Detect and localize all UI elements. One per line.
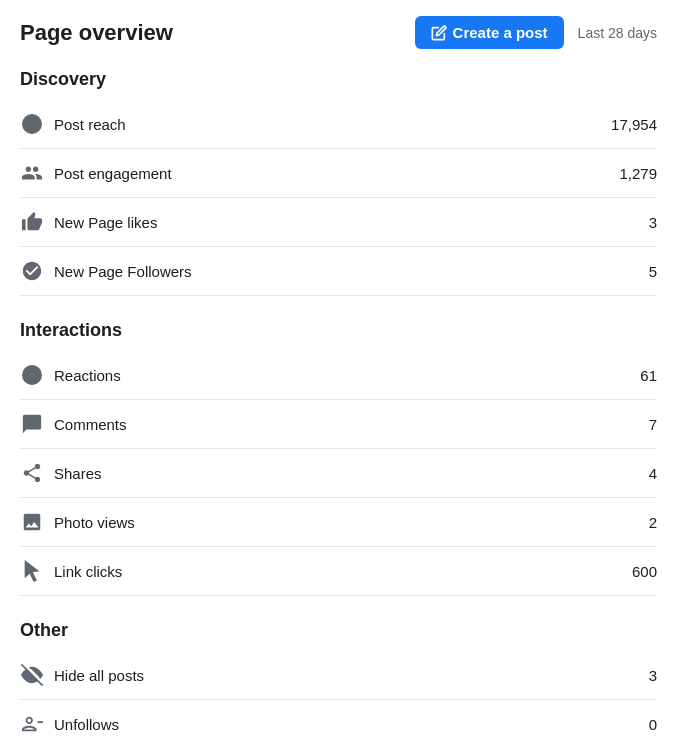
metric-left-photo-views: Photo views	[20, 510, 135, 534]
section-interactions: InteractionsReactions61Comments7Shares4P…	[20, 320, 657, 596]
metric-row-unfollows[interactable]: Unfollows0	[20, 700, 657, 742]
metric-label-link-clicks: Link clicks	[54, 563, 122, 580]
metric-label-comments: Comments	[54, 416, 127, 433]
metric-value-post-engagement: 1,279	[619, 165, 657, 182]
metric-label-new-page-followers: New Page Followers	[54, 263, 192, 280]
metric-row-new-page-likes[interactable]: New Page likes3	[20, 198, 657, 247]
metric-left-hide-all-posts: Hide all posts	[20, 663, 144, 687]
unfollow-icon	[20, 712, 44, 736]
metric-left-post-reach: Post reach	[20, 112, 126, 136]
section-title-interactions: Interactions	[20, 320, 657, 347]
metric-row-reactions[interactable]: Reactions61	[20, 351, 657, 400]
edit-icon	[431, 25, 447, 41]
metric-value-new-page-likes: 3	[649, 214, 657, 231]
metric-row-photo-views[interactable]: Photo views2	[20, 498, 657, 547]
header-right: Create a post Last 28 days	[415, 16, 657, 49]
metric-row-link-clicks[interactable]: Link clicks600	[20, 547, 657, 596]
section-other: OtherHide all posts3Unfollows0	[20, 620, 657, 742]
metric-value-hide-all-posts: 3	[649, 667, 657, 684]
metric-row-post-engagement[interactable]: Post engagement1,279	[20, 149, 657, 198]
page-container: Page overview Create a post Last 28 days…	[0, 0, 677, 742]
photo-icon	[20, 510, 44, 534]
metric-label-hide-all-posts: Hide all posts	[54, 667, 144, 684]
checkbadge-icon	[20, 259, 44, 283]
smiley-icon	[20, 363, 44, 387]
sections-container: DiscoveryPost reach17,954Post engagement…	[20, 69, 657, 742]
metric-left-new-page-followers: New Page Followers	[20, 259, 192, 283]
metric-left-link-clicks: Link clicks	[20, 559, 122, 583]
metric-value-reactions: 61	[640, 367, 657, 384]
metric-value-unfollows: 0	[649, 716, 657, 733]
metric-label-photo-views: Photo views	[54, 514, 135, 531]
thumbsup-icon	[20, 210, 44, 234]
metric-row-new-page-followers[interactable]: New Page Followers5	[20, 247, 657, 296]
metric-value-photo-views: 2	[649, 514, 657, 531]
last-days-label: Last 28 days	[578, 25, 657, 41]
create-post-label: Create a post	[453, 24, 548, 41]
comment-icon	[20, 412, 44, 436]
hide-icon	[20, 663, 44, 687]
metric-left-reactions: Reactions	[20, 363, 121, 387]
metric-label-new-page-likes: New Page likes	[54, 214, 157, 231]
globe-icon	[20, 112, 44, 136]
section-title-other: Other	[20, 620, 657, 647]
metric-label-unfollows: Unfollows	[54, 716, 119, 733]
metric-value-post-reach: 17,954	[611, 116, 657, 133]
metric-row-shares[interactable]: Shares4	[20, 449, 657, 498]
metric-value-comments: 7	[649, 416, 657, 433]
metric-left-post-engagement: Post engagement	[20, 161, 172, 185]
metric-label-post-reach: Post reach	[54, 116, 126, 133]
metric-left-new-page-likes: New Page likes	[20, 210, 157, 234]
metric-value-new-page-followers: 5	[649, 263, 657, 280]
metric-left-shares: Shares	[20, 461, 102, 485]
metric-left-comments: Comments	[20, 412, 127, 436]
metric-row-comments[interactable]: Comments7	[20, 400, 657, 449]
metric-row-post-reach[interactable]: Post reach17,954	[20, 100, 657, 149]
metric-value-link-clicks: 600	[632, 563, 657, 580]
people-icon	[20, 161, 44, 185]
metric-row-hide-all-posts[interactable]: Hide all posts3	[20, 651, 657, 700]
section-discovery: DiscoveryPost reach17,954Post engagement…	[20, 69, 657, 296]
section-title-discovery: Discovery	[20, 69, 657, 96]
page-title: Page overview	[20, 20, 173, 46]
metric-label-post-engagement: Post engagement	[54, 165, 172, 182]
metric-value-shares: 4	[649, 465, 657, 482]
metric-left-unfollows: Unfollows	[20, 712, 119, 736]
metric-label-shares: Shares	[54, 465, 102, 482]
create-post-button[interactable]: Create a post	[415, 16, 564, 49]
header: Page overview Create a post Last 28 days	[20, 16, 657, 49]
metric-label-reactions: Reactions	[54, 367, 121, 384]
svg-point-2	[23, 366, 41, 384]
cursor-icon	[20, 559, 44, 583]
share-icon	[20, 461, 44, 485]
